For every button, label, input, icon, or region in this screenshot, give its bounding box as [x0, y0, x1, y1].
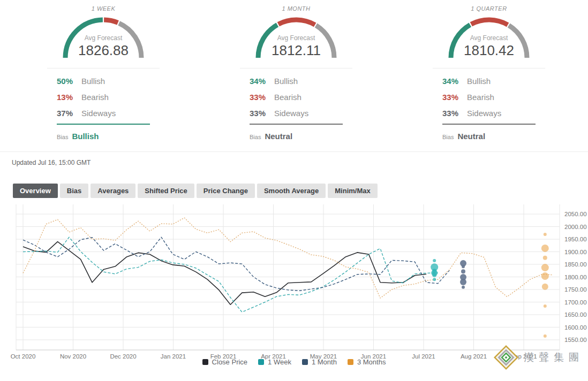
- bearish-label: Bearish: [274, 93, 301, 102]
- tab-price-change[interactable]: Price Change: [197, 184, 255, 198]
- period-label: 1 QUARTER: [433, 5, 545, 12]
- bias-underline: [57, 124, 150, 125]
- legend-item-3-months[interactable]: 3 Months: [348, 358, 386, 366]
- legend-label: 1 Week: [268, 358, 291, 366]
- stat-row-bullish: 34% Bullish: [442, 73, 536, 89]
- divider: [240, 68, 352, 68]
- bullish-pct: 50%: [57, 77, 81, 86]
- svg-text:1700.00: 1700.00: [564, 299, 587, 306]
- bias-underline: [442, 124, 536, 125]
- bias-caption: Bias: [442, 134, 454, 140]
- divider: [47, 68, 160, 68]
- stat-row-bullish: 50% Bullish: [57, 73, 150, 89]
- svg-text:1900.00: 1900.00: [564, 249, 587, 255]
- svg-text:1550.00: 1550.00: [564, 337, 587, 343]
- stat-row-bearish: 33% Bearish: [250, 89, 343, 105]
- tab-minim-max[interactable]: Minim/Max: [328, 184, 377, 198]
- avg-forecast-label: Avg Forecast: [253, 34, 339, 42]
- svg-text:1750.00: 1750.00: [564, 286, 587, 293]
- stat-row-bearish: 13% Bearish: [57, 89, 150, 105]
- forecast-chart: 2050.002000.001950.001900.001850.001800.…: [0, 202, 588, 366]
- updated-timestamp: Updated Jul 16, 15:00 GMT: [0, 152, 588, 166]
- svg-text:Aug 2021: Aug 2021: [461, 353, 487, 360]
- svg-text:Jul 2021: Jul 2021: [412, 353, 435, 360]
- svg-text:1850.00: 1850.00: [564, 261, 587, 268]
- bullish-pct: 34%: [250, 77, 274, 86]
- legend-item-1-week[interactable]: 1 Week: [258, 358, 291, 366]
- forecast-dots-1-month[interactable]: [460, 260, 466, 289]
- avg-forecast-value: 1812.11: [253, 42, 339, 59]
- avg-forecast-label: Avg Forecast: [61, 34, 146, 42]
- bias-underline: [250, 124, 343, 125]
- bias-caption: Bias: [250, 134, 261, 140]
- bias-caption: Bias: [57, 134, 68, 140]
- tab-bias[interactable]: Bias: [60, 184, 88, 198]
- legend-swatch-icon: [202, 359, 208, 365]
- stat-row-sideways: 37% Sideways: [57, 105, 150, 121]
- brand-logo-icon: [493, 345, 519, 370]
- forecast-summary-row: 1 WEEK Avg Forecast 1826.88 50% Bullish …: [0, 0, 588, 141]
- stat-row-bearish: 33% Bearish: [442, 89, 536, 105]
- bias-row: Bias Neutral: [250, 132, 343, 141]
- bearish-pct: 33%: [250, 93, 274, 102]
- gauge-segment: [104, 20, 118, 22]
- chart-tabs: Overview Bias Averages Shifted Price Pri…: [13, 184, 588, 198]
- gauge-card-1-week: 1 WEEK Avg Forecast 1826.88 50% Bullish …: [47, 5, 160, 141]
- series-close-price-line[interactable]: [23, 242, 426, 305]
- avg-forecast-label: Avg Forecast: [446, 34, 532, 42]
- legend-swatch-icon: [302, 359, 308, 365]
- avg-forecast-value: 1826.88: [61, 42, 146, 59]
- legend-item-1-month[interactable]: 1 Month: [302, 358, 337, 366]
- bearish-label: Bearish: [81, 93, 109, 102]
- bias-value: Neutral: [457, 132, 485, 141]
- period-label: 1 MONTH: [240, 5, 352, 12]
- tab-averages[interactable]: Averages: [91, 184, 135, 198]
- bias-value: Neutral: [265, 132, 292, 141]
- sideways-label: Sideways: [274, 109, 308, 118]
- period-label: 1 WEEK: [47, 5, 160, 12]
- legend-label: 3 Months: [357, 358, 386, 366]
- brand-watermark-text: 漢聲集團: [524, 350, 584, 364]
- gauge-card-1-month: 1 MONTH Avg Forecast 1812.11 34% Bullish…: [240, 5, 352, 141]
- bearish-label: Bearish: [467, 93, 494, 102]
- legend-label: 1 Month: [312, 358, 337, 366]
- sideways-label: Sideways: [81, 109, 116, 118]
- legend-swatch-icon: [348, 359, 353, 365]
- svg-text:Dec 2020: Dec 2020: [110, 353, 136, 360]
- svg-text:1600.00: 1600.00: [564, 324, 587, 331]
- svg-text:Oct 2020: Oct 2020: [11, 353, 36, 360]
- svg-text:1950.00: 1950.00: [564, 236, 587, 242]
- bias-value: Bullish: [72, 132, 99, 141]
- bullish-pct: 34%: [442, 77, 467, 86]
- forecast-dots-3-months[interactable]: [541, 233, 549, 338]
- legend-swatch-icon: [258, 359, 264, 365]
- bullish-label: Bullish: [274, 77, 298, 86]
- gauge-segment: [471, 20, 508, 25]
- svg-text:Nov 2020: Nov 2020: [60, 353, 86, 360]
- sideways-pct: 37%: [57, 109, 81, 118]
- svg-text:1650.00: 1650.00: [564, 311, 587, 318]
- legend-item-close-price[interactable]: Close Price: [202, 358, 247, 366]
- bullish-label: Bullish: [467, 77, 491, 86]
- sideways-label: Sideways: [467, 109, 501, 118]
- tab-overview[interactable]: Overview: [13, 184, 58, 198]
- svg-text:Jan 2021: Jan 2021: [161, 353, 186, 360]
- avg-forecast-value: 1810.42: [446, 42, 532, 59]
- stat-row-sideways: 33% Sideways: [250, 105, 343, 121]
- svg-text:2000.00: 2000.00: [564, 224, 587, 230]
- stat-row-sideways: 33% Sideways: [442, 105, 536, 121]
- divider: [433, 68, 545, 68]
- bearish-pct: 33%: [442, 93, 467, 102]
- tab-smooth-average[interactable]: Smooth Average: [257, 184, 326, 198]
- bullish-label: Bullish: [81, 77, 105, 86]
- svg-text:2050.00: 2050.00: [564, 211, 587, 217]
- forecast-dots-1-week[interactable]: [431, 259, 438, 281]
- y-axis-labels: 2050.002000.001950.001900.001850.001800.…: [564, 211, 587, 343]
- gauge-segment: [278, 20, 315, 25]
- bias-row: Bias Neutral: [442, 132, 536, 141]
- series-1-week-line[interactable]: [23, 237, 438, 312]
- tab-shifted-price[interactable]: Shifted Price: [138, 184, 194, 198]
- bias-row: Bias Bullish: [57, 132, 150, 141]
- sideways-pct: 33%: [250, 109, 274, 118]
- svg-text:1800.00: 1800.00: [564, 274, 587, 280]
